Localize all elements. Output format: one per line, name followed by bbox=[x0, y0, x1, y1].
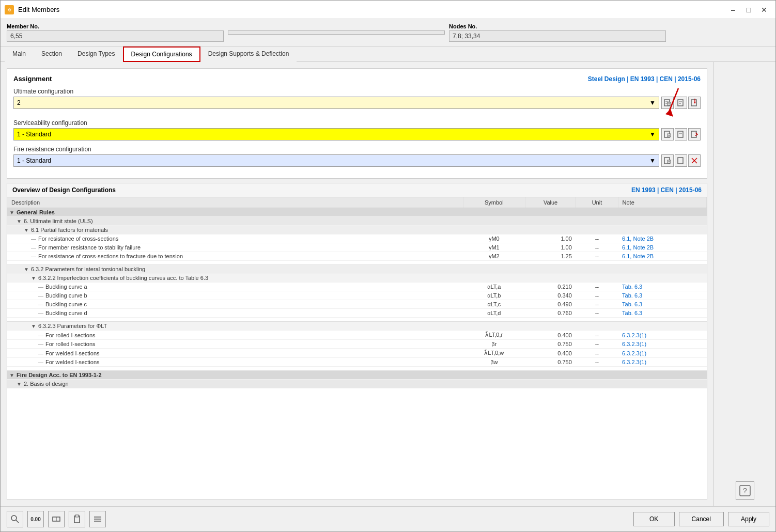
row-description: Fire Design Acc. to EN 1993-1-2 bbox=[17, 372, 102, 378]
value-cell: 0.210 bbox=[525, 283, 576, 291]
value-cell: 1.25 bbox=[525, 252, 576, 261]
minimize-button[interactable]: – bbox=[726, 3, 740, 17]
expand-icon[interactable]: ▼ bbox=[24, 227, 29, 233]
value-cell: 0.490 bbox=[525, 300, 576, 309]
note-cell: Tab. 6.3 bbox=[618, 300, 706, 309]
value-cell bbox=[525, 226, 576, 234]
unit-cell: -- bbox=[576, 358, 618, 367]
serviceability-dropdown[interactable]: 1 - Standard ▼ bbox=[13, 128, 659, 140]
desc-cell: —For welded I-sections bbox=[7, 358, 463, 367]
note-cell bbox=[618, 322, 706, 331]
desc-cell: —Buckling curve c bbox=[7, 300, 463, 309]
serviceability-assign-button[interactable] bbox=[688, 128, 701, 140]
sidebar-info-button[interactable]: ? bbox=[736, 481, 754, 500]
value-cell bbox=[525, 322, 576, 331]
svg-rect-37 bbox=[75, 515, 79, 517]
window-controls: – □ ✕ bbox=[726, 3, 771, 17]
tab-main[interactable]: Main bbox=[5, 46, 34, 62]
toolbar-structure-button[interactable] bbox=[48, 511, 65, 527]
row-description: Buckling curve c bbox=[45, 301, 87, 307]
fire-resistance-buttons bbox=[661, 154, 701, 167]
toolbar-settings-button[interactable] bbox=[89, 511, 106, 527]
close-button[interactable]: ✕ bbox=[757, 3, 771, 17]
top-fields: Member No. 6,55 Nodes No. 7,8; 33,34 bbox=[1, 19, 775, 46]
tab-design-supports[interactable]: Design Supports & Deflection bbox=[200, 46, 297, 62]
note-cell: 6.3.2.3(1) bbox=[618, 358, 706, 367]
expand-icon[interactable]: ▼ bbox=[9, 372, 14, 378]
expand-icon[interactable]: ▼ bbox=[24, 267, 29, 272]
expand-icon[interactable]: ▼ bbox=[9, 210, 14, 215]
tab-design-configurations[interactable]: Design Configurations bbox=[123, 46, 200, 62]
fire-resistance-chevron-icon: ▼ bbox=[649, 157, 656, 164]
table-row: —For rolled I-sections βr 0.750 -- 6.3.2… bbox=[7, 340, 707, 349]
svg-marker-13 bbox=[694, 102, 696, 104]
fire-resistance-input-row: 1 - Standard ▼ bbox=[13, 154, 701, 167]
spacer-field-group bbox=[228, 23, 445, 42]
toolbar-search-button[interactable] bbox=[7, 511, 23, 527]
ultimate-value: 2 bbox=[17, 99, 21, 106]
table-row: —Buckling curve a αLT,a 0.210 -- Tab. 6.… bbox=[7, 283, 707, 291]
cancel-button[interactable]: Cancel bbox=[679, 512, 724, 526]
desc-cell: —For resistance of cross-sections bbox=[7, 234, 463, 243]
col-note: Note bbox=[618, 197, 706, 208]
note-cell: 6.3.2.3(1) bbox=[618, 331, 706, 340]
ultimate-dropdown[interactable]: 2 ▼ bbox=[13, 97, 659, 109]
svg-rect-22 bbox=[691, 131, 696, 137]
toolbar-clipboard-button[interactable] bbox=[69, 511, 85, 527]
ultimate-label: Ultimate configuration bbox=[13, 88, 701, 95]
col-unit: Unit bbox=[576, 197, 618, 208]
expand-icon[interactable]: ▼ bbox=[31, 275, 36, 281]
serviceability-edit-button[interactable] bbox=[675, 128, 687, 140]
unit-cell bbox=[576, 380, 618, 388]
apply-button[interactable]: Apply bbox=[728, 512, 769, 526]
unit-cell: -- bbox=[576, 243, 618, 252]
table-row: ▼Fire Design Acc. to EN 1993-1-2 bbox=[7, 371, 707, 380]
maximize-button[interactable]: □ bbox=[741, 3, 756, 17]
row-description: Buckling curve a bbox=[45, 284, 87, 290]
serviceability-value: 1 - Standard bbox=[17, 131, 51, 138]
desc-cell: ▼6.3.2.3 Parameters for ΦLT bbox=[7, 322, 463, 331]
tab-section[interactable]: Section bbox=[34, 46, 70, 62]
col-symbol: Symbol bbox=[463, 197, 525, 208]
value-cell: 1.00 bbox=[525, 243, 576, 252]
toolbar-value-button[interactable]: 0.00 bbox=[27, 511, 44, 527]
svg-line-33 bbox=[16, 520, 19, 523]
table-row: ▼2. Basis of design bbox=[7, 380, 707, 388]
svg-rect-11 bbox=[691, 100, 696, 106]
svg-text:⚙: ⚙ bbox=[8, 8, 11, 12]
nodes-input[interactable]: 7,8; 33,34 bbox=[449, 30, 666, 42]
table-row: —For welded I-sections βw 0.750 -- 6.3.2… bbox=[7, 358, 707, 367]
fire-resistance-delete-button[interactable] bbox=[688, 154, 701, 167]
expand-icon[interactable]: ▼ bbox=[17, 381, 22, 387]
fire-resistance-dropdown[interactable]: 1 - Standard ▼ bbox=[13, 154, 659, 167]
ok-button[interactable]: OK bbox=[633, 512, 675, 526]
bottom-toolbar: 0.00 OK Cancel Apply bbox=[1, 506, 775, 531]
expand-icon[interactable]: ▼ bbox=[17, 218, 22, 224]
tab-design-types[interactable]: Design Types bbox=[70, 46, 123, 62]
svg-text:?: ? bbox=[743, 487, 747, 495]
note-cell bbox=[618, 371, 706, 380]
expand-icon[interactable]: ▼ bbox=[31, 323, 36, 329]
desc-cell: ▼Fire Design Acc. to EN 1993-1-2 bbox=[7, 371, 463, 380]
table-row: —For resistance of cross-sections to fra… bbox=[7, 252, 707, 261]
red-arrow-annotation bbox=[655, 86, 686, 122]
assignment-standard: Steel Design | EN 1993 | CEN | 2015-06 bbox=[588, 75, 701, 83]
symbol-cell bbox=[463, 208, 525, 217]
assignment-title: Assignment bbox=[13, 75, 52, 83]
panel-content: Assignment Steel Design | EN 1993 | CEN … bbox=[1, 62, 775, 506]
row-description: General Rules bbox=[17, 209, 55, 215]
serviceability-new-button[interactable] bbox=[661, 128, 674, 140]
value-cell bbox=[525, 265, 576, 274]
note-cell bbox=[618, 274, 706, 283]
overview-table-container[interactable]: Description Symbol Value Unit Note ▼Gene… bbox=[7, 197, 707, 499]
member-input[interactable]: 6,55 bbox=[7, 30, 224, 42]
unit-cell: -- bbox=[576, 234, 618, 243]
note-cell bbox=[618, 217, 706, 226]
fire-resistance-edit-button[interactable] bbox=[675, 154, 687, 167]
unit-cell: -- bbox=[576, 300, 618, 309]
symbol-cell: αLT,b bbox=[463, 291, 525, 300]
value-cell bbox=[525, 274, 576, 283]
note-cell bbox=[618, 380, 706, 388]
fire-resistance-new-button[interactable] bbox=[661, 154, 674, 167]
ultimate-assign-button[interactable] bbox=[688, 97, 701, 109]
